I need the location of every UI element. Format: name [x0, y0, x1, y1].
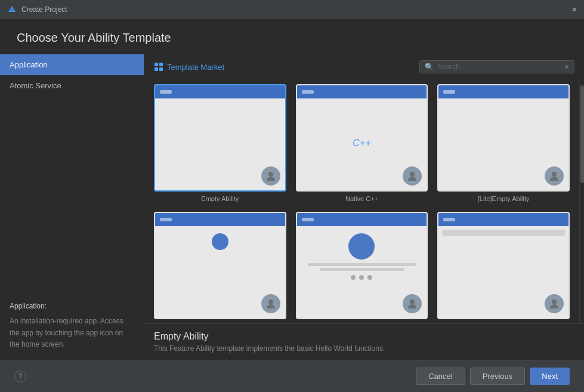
body-area: Application Atomic Service Application: … [0, 54, 584, 360]
thumb-avatar-2 [403, 166, 422, 186]
next-button[interactable]: Next [530, 368, 570, 385]
search-box: 🔍 × [419, 60, 574, 73]
thumb-avatar-1 [261, 166, 280, 186]
thumb-avatar-4 [261, 294, 280, 313]
thumb-avatar-5 [403, 294, 422, 313]
selected-template-title: Empty Ability [154, 331, 574, 342]
template-card-3[interactable] [437, 212, 570, 323]
svg-point-10 [410, 300, 415, 304]
thumb-circle-1 [212, 233, 228, 250]
svg-point-7 [410, 172, 415, 177]
svg-marker-1 [9, 7, 15, 11]
template-thumbnail-native-cpp: C++ [296, 84, 428, 192]
sidebar-description-text: An installation-required app. Access the… [10, 316, 134, 350]
svg-point-8 [552, 172, 557, 177]
sidebar-item-atomic-service[interactable]: Atomic Service [0, 75, 144, 96]
close-button[interactable]: × [572, 5, 577, 14]
previous-button[interactable]: Previous [470, 368, 526, 385]
templates-grid: Empty Ability C++ [154, 84, 570, 323]
app-icon [7, 5, 17, 14]
cancel-button[interactable]: Cancel [416, 368, 465, 385]
svg-rect-5 [159, 67, 163, 71]
help-button[interactable]: ? [14, 371, 26, 382]
template-market-label: Template Market [167, 63, 224, 72]
sidebar: Application Atomic Service Application: … [0, 54, 144, 360]
sidebar-description-title: Application: [10, 301, 134, 312]
template-label-empty-ability: Empty Ability [201, 195, 239, 202]
template-thumbnail-lite-empty [437, 84, 570, 192]
svg-point-11 [552, 300, 557, 304]
template-card-empty-ability[interactable]: Empty Ability [154, 84, 286, 202]
template-label-lite-empty: [Lite]Empty Ability [478, 195, 530, 202]
scrollbar[interactable] [579, 79, 584, 323]
selected-template-description: This Feature Ability template implements… [154, 344, 574, 353]
svg-point-9 [268, 300, 273, 304]
template-thumbnail-card3 [437, 212, 570, 319]
sidebar-description: Application: An installation-required ap… [0, 291, 144, 360]
footer-buttons: Cancel Previous Next [416, 368, 570, 385]
title-bar-title: Create Project [21, 5, 67, 14]
thumb-avatar-3 [545, 166, 564, 186]
template-thumbnail-card1 [154, 212, 286, 319]
template-label-native-cpp: Native C++ [345, 195, 378, 202]
template-card-2[interactable] [296, 212, 428, 323]
template-card-1[interactable] [154, 212, 286, 323]
svg-point-6 [268, 172, 273, 177]
search-icon: 🔍 [425, 63, 434, 71]
template-thumbnail-card2 [296, 212, 428, 319]
svg-rect-4 [155, 67, 158, 71]
template-market-icon [154, 62, 163, 72]
thumb-avatar-6 [545, 294, 564, 313]
search-clear-button[interactable]: × [564, 63, 569, 71]
svg-rect-2 [155, 63, 158, 66]
sidebar-item-application[interactable]: Application [0, 54, 144, 75]
main-content: Choose Your Ability Template Application… [0, 19, 584, 392]
template-card-lite-empty-ability[interactable]: [Lite]Empty Ability [437, 84, 570, 202]
page-header: Choose Your Ability Template [0, 19, 584, 54]
selected-info: Empty Ability This Feature Ability templ… [144, 323, 584, 360]
page-title: Choose Your Ability Template [17, 31, 567, 45]
search-input[interactable] [437, 63, 561, 71]
content-toolbar: Template Market 🔍 × [144, 54, 584, 79]
title-bar: Create Project × [0, 0, 584, 19]
content-panel-inner: Empty Ability C++ [144, 79, 584, 323]
footer: ? Cancel Previous Next [0, 360, 584, 392]
svg-rect-3 [159, 63, 163, 66]
template-thumbnail-empty-ability [154, 84, 286, 192]
title-bar-left: Create Project [7, 5, 67, 14]
template-market-button[interactable]: Template Market [154, 62, 224, 72]
template-card-native-cpp[interactable]: C++ Native C++ [296, 84, 428, 202]
content-panel: Template Market 🔍 × [144, 54, 584, 360]
grid-area: Empty Ability C++ [144, 79, 579, 323]
cpp-text: C++ [353, 138, 370, 149]
